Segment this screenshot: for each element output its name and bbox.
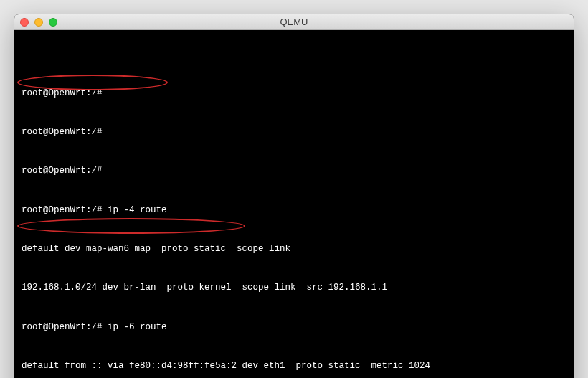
minimize-icon[interactable] [34, 18, 43, 27]
terminal-content[interactable]: root@OpenWrt:/# root@OpenWrt:/# root@Ope… [14, 30, 574, 378]
terminal-line: root@OpenWrt:/# ip -6 route [22, 321, 566, 334]
terminal-line: default from :: via fe80::d4:98ff:fe5a:2… [22, 359, 566, 372]
terminal-line: root@OpenWrt:/# [22, 164, 566, 177]
terminal-line: root@OpenWrt:/# ip -4 route [22, 204, 566, 217]
terminal-line: root@OpenWrt:/# [22, 87, 566, 100]
titlebar[interactable]: QEMU [14, 14, 574, 30]
annotation-oval-2 [17, 218, 245, 234]
close-icon[interactable] [20, 18, 29, 27]
maximize-icon[interactable] [49, 18, 57, 27]
terminal-line: 192.168.1.0/24 dev br-lan proto kernel s… [22, 281, 566, 294]
terminal-line: default dev map-wan6_map proto static sc… [22, 242, 566, 255]
traffic-lights [20, 18, 57, 27]
window-title: QEMU [14, 16, 574, 27]
terminal-line: root@OpenWrt:/# [22, 126, 566, 138]
terminal-window: QEMU root@OpenWrt:/# root@OpenWrt:/# roo… [14, 14, 574, 378]
